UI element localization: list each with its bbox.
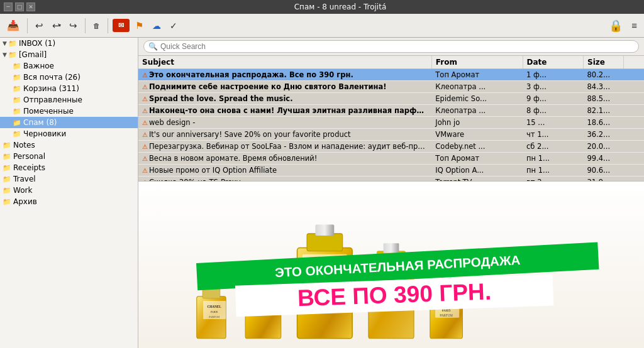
vsya-pochta-label: Вся почта (26) bbox=[23, 73, 80, 82]
email-from: Torrent-TV bbox=[431, 177, 523, 182]
reply-button[interactable]: ↩ bbox=[32, 18, 47, 33]
email-extra bbox=[624, 177, 644, 182]
preview-content: CHANEL PARIS PARFUM CHANEL N° 5 PARIS bbox=[138, 182, 644, 348]
spam-icon: ⚠ bbox=[142, 95, 148, 102]
filter-button[interactable]: ✓ bbox=[167, 19, 180, 33]
email-table: Subject From Date Size ⚠Это окончательна… bbox=[138, 56, 644, 182]
table-row[interactable]: ⚠Скидка 20% на TS-ProxyTorrent-TVвт 2...… bbox=[138, 177, 644, 182]
spam-icon: 📁 bbox=[13, 119, 21, 127]
sidebar-item-gmail[interactable]: ▼ 📁 [Gmail] bbox=[0, 49, 138, 60]
spam-icon: ⚠ bbox=[142, 107, 148, 114]
email-from: Топ Аромат bbox=[431, 69, 523, 81]
email-size: 99.4... bbox=[584, 153, 624, 165]
email-subject: ⚠web design - bbox=[138, 117, 431, 129]
email-extra bbox=[624, 105, 644, 117]
sidebar-item-vsya-pochta[interactable]: 📁 Вся почта (26) bbox=[0, 72, 138, 83]
get-mail-button[interactable]: 📥 bbox=[4, 18, 23, 33]
spam-label: Спам (8) bbox=[23, 118, 57, 127]
table-row[interactable]: ⚠Новые промо от IQ Option AffiliateIQ Op… bbox=[138, 165, 644, 177]
email-subject: ⚠Скидка 20% на TS-Proxy bbox=[138, 177, 431, 182]
table-row[interactable]: ⚠Весна в новом аромате. Время обновлений… bbox=[138, 153, 644, 165]
table-row[interactable]: ⚠It's our anniversary! Save 20% on your … bbox=[138, 129, 644, 141]
korzina-icon: 📁 bbox=[13, 85, 21, 93]
settings-button[interactable]: 🔒 bbox=[606, 17, 626, 35]
sidebar-item-spam[interactable]: 📁 Спам (8) bbox=[0, 117, 138, 128]
email-from: Codeby.net ... bbox=[431, 141, 523, 153]
mark-button[interactable]: ⚑ bbox=[132, 18, 147, 33]
reply-all-button[interactable]: ↩▾ bbox=[49, 18, 64, 33]
separator-3 bbox=[108, 18, 108, 33]
email-from: John jo bbox=[431, 117, 523, 129]
notes-label: Notes bbox=[13, 141, 35, 150]
sidebar-item-receipts[interactable]: 📁 Receipts bbox=[0, 162, 138, 173]
sidebar-item-vazhnoe[interactable]: 📁 Важное bbox=[0, 60, 138, 72]
close-button[interactable]: ✕ bbox=[26, 3, 35, 11]
compose-button[interactable]: ✉ bbox=[113, 19, 130, 32]
email-size: 80.2... bbox=[584, 69, 624, 81]
sidebar-item-notes[interactable]: 📁 Notes bbox=[0, 139, 138, 151]
sidebar-item-inbox[interactable]: ▼ 📁 INBOX (1) bbox=[0, 38, 138, 49]
sidebar-item-otpravlennye[interactable]: 📁 Отправленные bbox=[0, 94, 138, 106]
delete-button[interactable]: 🗑 bbox=[90, 20, 103, 31]
email-extra bbox=[624, 81, 644, 93]
table-row[interactable]: ⚠Это окончательная распродажа. Все по 39… bbox=[138, 69, 644, 81]
vazhnoe-icon: 📁 bbox=[13, 62, 21, 70]
table-row[interactable]: ⚠Наконец-то она снова с нами! Лучшая эли… bbox=[138, 105, 644, 117]
email-subject: ⚠Поднимите себе настроение ко Дню святог… bbox=[138, 81, 431, 93]
chernoviki-label: Черновики bbox=[23, 129, 66, 138]
sidebar-item-work[interactable]: 📁 Work bbox=[0, 185, 138, 196]
table-row[interactable]: ⚠Spread the love. Spread the music.Epide… bbox=[138, 93, 644, 105]
email-from: VMware bbox=[431, 129, 523, 141]
email-size: 31.9... bbox=[584, 177, 624, 182]
minimize-button[interactable]: ─ bbox=[4, 3, 13, 11]
titlebar-buttons[interactable]: ─ □ ✕ bbox=[4, 3, 35, 11]
col-header-date: Date bbox=[523, 56, 583, 69]
table-row[interactable]: ⚠Перезагрузка. Вебинар от SooLFaa - Взло… bbox=[138, 141, 644, 153]
menu-button[interactable]: ≡ bbox=[628, 18, 640, 33]
travel-icon: 📁 bbox=[3, 175, 11, 183]
vazhnoe-label: Важное bbox=[23, 62, 54, 70]
email-size: 90.6... bbox=[584, 165, 624, 177]
sidebar-item-arhiv[interactable]: 📁 Архив bbox=[0, 196, 138, 207]
receipts-label: Receipts bbox=[13, 163, 45, 172]
email-extra bbox=[624, 141, 644, 153]
email-size: 20.0... bbox=[584, 141, 624, 153]
pomechennye-label: Помеченные bbox=[23, 107, 74, 116]
spam-icon: ⚠ bbox=[142, 155, 148, 162]
email-from: Клеопатра ... bbox=[431, 105, 523, 117]
email-list[interactable]: Subject From Date Size ⚠Это окончательна… bbox=[138, 56, 644, 182]
email-subject: ⚠Перезагрузка. Вебинар от SooLFaa - Взло… bbox=[138, 141, 431, 153]
tag-button[interactable]: ☁ bbox=[149, 19, 164, 33]
sidebar-item-personal[interactable]: 📁 Personal bbox=[0, 151, 138, 162]
sidebar-item-travel[interactable]: 📁 Travel bbox=[0, 173, 138, 185]
perfume-illustration: CHANEL PARIS PARFUM CHANEL N° 5 PARIS bbox=[138, 182, 644, 342]
email-date: 15 ... bbox=[523, 117, 583, 129]
spam-icon: ⚠ bbox=[142, 167, 148, 174]
email-date: 1 ф... bbox=[523, 69, 583, 81]
email-from: Epidemic So... bbox=[431, 93, 523, 105]
table-row[interactable]: ⚠Поднимите себе настроение ко Дню святог… bbox=[138, 81, 644, 93]
svg-rect-16 bbox=[315, 224, 334, 236]
sidebar-item-korzina[interactable]: 📁 Корзина (311) bbox=[0, 83, 138, 94]
email-subject: ⚠Наконец-то она снова с нами! Лучшая эли… bbox=[138, 105, 431, 117]
table-row[interactable]: ⚠web design -John jo15 ...18.6... bbox=[138, 117, 644, 129]
search-input[interactable] bbox=[143, 40, 639, 53]
otpravlennye-label: Отправленные bbox=[23, 95, 82, 104]
svg-text:PARIS: PARIS bbox=[211, 310, 218, 313]
titlebar: ─ □ ✕ Спам - 8 unread - Trojitá bbox=[0, 0, 644, 14]
sidebar-item-chernoviki[interactable]: 📁 Черновики bbox=[0, 128, 138, 139]
maximize-button[interactable]: □ bbox=[15, 3, 24, 11]
svg-rect-24 bbox=[384, 243, 399, 253]
vsya-pochta-icon: 📁 bbox=[13, 73, 21, 82]
separator-2 bbox=[85, 18, 86, 33]
email-subject: ⚠Весна в новом аромате. Время обновлений… bbox=[138, 153, 431, 165]
forward-button[interactable]: ↪ bbox=[66, 18, 80, 33]
col-header-size: Size bbox=[584, 56, 624, 69]
sidebar-item-pomechennye[interactable]: 📁 Помеченные bbox=[0, 106, 138, 117]
email-subject: ⚠It's our anniversary! Save 20% on your … bbox=[138, 129, 431, 141]
col-header-subject: Subject bbox=[138, 56, 431, 69]
email-extra bbox=[624, 117, 644, 129]
preview-pane: CHANEL PARIS PARFUM CHANEL N° 5 PARIS bbox=[138, 182, 644, 348]
email-date: 8 ф... bbox=[523, 105, 583, 117]
col-header-from: From bbox=[431, 56, 523, 69]
